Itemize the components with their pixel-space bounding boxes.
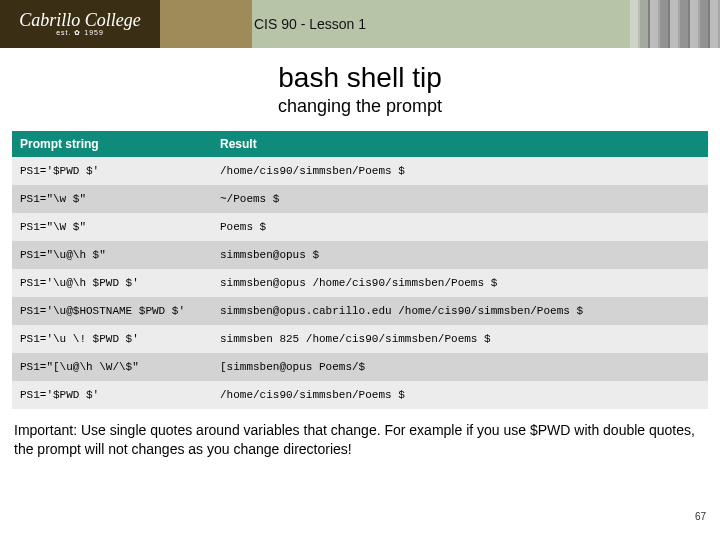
result-cell: simmsben 825 /home/cis90/simmsben/Poems …: [212, 325, 708, 353]
header-banner: Cabrillo College est. ✿ 1959 CIS 90 - Le…: [0, 0, 720, 48]
table-row: PS1='$PWD $' /home/cis90/simmsben/Poems …: [12, 157, 708, 185]
prompt-string-cell: PS1='\u \! $PWD $': [12, 325, 212, 353]
table-row: PS1='\u@$HOSTNAME $PWD $' simmsben@opus.…: [12, 297, 708, 325]
result-cell: [simmsben@opus Poems/$: [212, 353, 708, 381]
result-cell: Poems $: [212, 213, 708, 241]
table-row: PS1='\u \! $PWD $' simmsben 825 /home/ci…: [12, 325, 708, 353]
table-row: PS1="\w $" ~/Poems $: [12, 185, 708, 213]
col-header-result: Result: [212, 131, 708, 157]
logo-est: est. ✿ 1959: [56, 29, 104, 37]
banner-pillars-image: [630, 0, 720, 48]
result-cell: ~/Poems $: [212, 185, 708, 213]
prompt-string-cell: PS1='\u@$HOSTNAME $PWD $': [12, 297, 212, 325]
prompt-string-cell: PS1='$PWD $': [12, 157, 212, 185]
prompt-string-cell: PS1='\u@\h $PWD $': [12, 269, 212, 297]
col-header-prompt: Prompt string: [12, 131, 212, 157]
table-header-row: Prompt string Result: [12, 131, 708, 157]
result-cell: /home/cis90/simmsben/Poems $: [212, 381, 708, 409]
result-cell: simmsben@opus.cabrillo.edu /home/cis90/s…: [212, 297, 708, 325]
table-row: PS1="[\u@\h \W/\$" [simmsben@opus Poems/…: [12, 353, 708, 381]
table-row: PS1='\u@\h $PWD $' simmsben@opus /home/c…: [12, 269, 708, 297]
college-logo: Cabrillo College est. ✿ 1959: [0, 0, 160, 48]
table-row: PS1="\u@\h $" simmsben@opus $: [12, 241, 708, 269]
table-row: PS1="\W $" Poems $: [12, 213, 708, 241]
important-note: Important: Use single quotes around vari…: [0, 409, 720, 459]
result-cell: /home/cis90/simmsben/Poems $: [212, 157, 708, 185]
logo-name: Cabrillo College: [19, 11, 141, 29]
page-subtitle: changing the prompt: [0, 96, 720, 117]
prompt-string-cell: PS1="[\u@\h \W/\$": [12, 353, 212, 381]
course-title: CIS 90 - Lesson 1: [240, 14, 380, 34]
prompt-string-cell: PS1='$PWD $': [12, 381, 212, 409]
result-cell: simmsben@opus $: [212, 241, 708, 269]
page-title: bash shell tip: [0, 62, 720, 94]
prompt-examples-table: Prompt string Result PS1='$PWD $' /home/…: [12, 131, 708, 409]
prompt-string-cell: PS1="\w $": [12, 185, 212, 213]
page-number: 67: [695, 511, 706, 522]
table-row: PS1='$PWD $' /home/cis90/simmsben/Poems …: [12, 381, 708, 409]
prompt-string-cell: PS1="\u@\h $": [12, 241, 212, 269]
prompt-string-cell: PS1="\W $": [12, 213, 212, 241]
result-cell: simmsben@opus /home/cis90/simmsben/Poems…: [212, 269, 708, 297]
slide-content: bash shell tip changing the prompt Promp…: [0, 48, 720, 459]
